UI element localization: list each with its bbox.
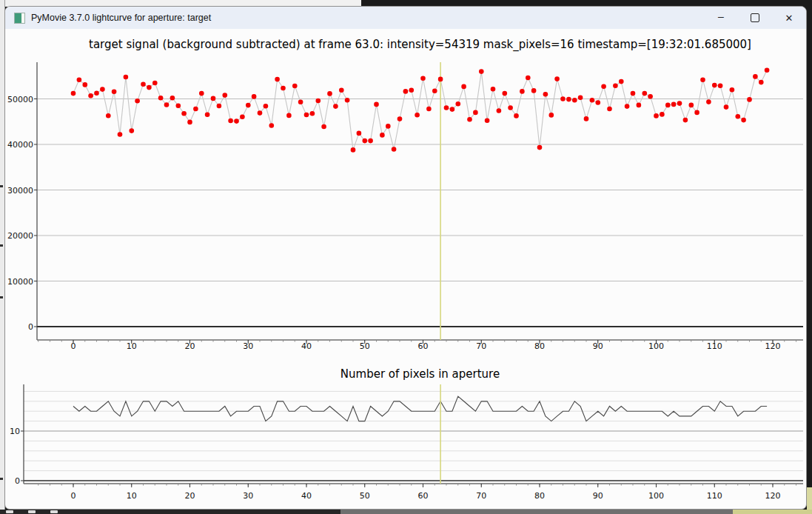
data-point xyxy=(327,91,332,96)
data-point xyxy=(590,98,595,103)
data-point xyxy=(560,96,566,101)
data-point xyxy=(637,103,642,108)
data-point xyxy=(228,119,233,124)
data-point xyxy=(578,96,583,101)
data-point xyxy=(88,93,93,99)
data-point xyxy=(264,104,269,109)
data-point xyxy=(164,102,170,107)
data-point xyxy=(83,82,88,87)
data-point xyxy=(520,89,525,94)
data-point xyxy=(631,91,636,96)
data-point xyxy=(526,76,531,81)
data-point xyxy=(357,131,362,136)
signal-plot-xtick-label: 0 xyxy=(71,341,76,351)
data-point xyxy=(736,114,741,119)
data-point xyxy=(426,107,432,112)
data-point xyxy=(106,113,111,119)
data-point xyxy=(392,147,397,152)
signal-plot-ytick-label: 50000 xyxy=(7,95,33,104)
data-point xyxy=(403,89,409,94)
data-point xyxy=(321,124,326,130)
data-point xyxy=(135,99,140,104)
data-point xyxy=(741,118,746,123)
data-point xyxy=(584,116,589,121)
pixels-plot-ytick-label: 10 xyxy=(10,427,20,436)
data-point xyxy=(71,91,76,96)
data-point xyxy=(345,98,350,103)
data-point xyxy=(170,96,175,101)
data-point xyxy=(601,84,606,90)
data-point xyxy=(503,91,508,96)
data-point xyxy=(450,107,455,112)
data-point xyxy=(566,97,571,102)
data-point xyxy=(596,100,601,105)
data-point xyxy=(420,76,426,81)
data-point xyxy=(759,80,764,85)
data-point xyxy=(473,110,478,116)
plots-canvas[interactable]: 0100002000030000400005000001020304050607… xyxy=(0,0,812,514)
signal-plot-ytick-label: 30000 xyxy=(7,186,33,196)
data-point xyxy=(724,104,729,110)
data-point xyxy=(100,87,105,92)
data-point xyxy=(479,69,484,74)
data-point xyxy=(217,104,222,109)
data-point xyxy=(491,87,496,92)
data-point xyxy=(706,99,711,104)
data-point xyxy=(181,111,187,116)
data-point xyxy=(368,138,373,144)
data-point xyxy=(112,89,117,94)
data-point xyxy=(625,104,630,109)
screen: { "window": { "title": "PyMovie 3.7.0 li… xyxy=(0,0,812,514)
data-point xyxy=(497,108,502,113)
pixels-plot-xtick-label: 100 xyxy=(648,491,664,501)
data-point xyxy=(543,92,548,97)
data-point xyxy=(258,110,263,116)
data-point xyxy=(730,87,735,93)
data-point xyxy=(380,133,385,138)
data-point xyxy=(485,118,490,123)
data-point xyxy=(765,68,770,73)
data-point xyxy=(549,113,554,118)
signal-plot-ytick-label: 0 xyxy=(28,322,33,332)
data-point xyxy=(275,77,280,82)
data-point xyxy=(223,93,228,98)
signal-plot-xtick-label: 50 xyxy=(360,341,370,351)
data-point xyxy=(269,123,275,128)
data-point xyxy=(508,105,513,110)
pixels-plot-xtick-label: 110 xyxy=(707,491,722,501)
data-point xyxy=(339,88,344,93)
data-point xyxy=(467,117,472,122)
data-point xyxy=(537,145,543,150)
data-point xyxy=(118,132,123,137)
data-point xyxy=(193,107,198,112)
signal-plot-xtick-label: 100 xyxy=(648,341,664,351)
pixels-plot-series-line xyxy=(73,396,767,421)
pixels-plot-xtick-label: 120 xyxy=(765,491,781,501)
data-point xyxy=(694,110,699,116)
data-point xyxy=(205,112,210,117)
signal-plot-xtick-label: 20 xyxy=(185,341,195,351)
data-point xyxy=(461,84,466,90)
data-point xyxy=(374,102,379,107)
data-point xyxy=(310,111,315,116)
pixels-plot-xtick-label: 40 xyxy=(301,491,312,501)
data-point xyxy=(77,77,82,82)
data-point xyxy=(648,94,653,99)
signal-plot-ytick-label: 20000 xyxy=(7,231,33,241)
data-point xyxy=(286,113,292,119)
data-point xyxy=(141,82,146,87)
data-point xyxy=(660,112,665,117)
signal-plot-xtick-label: 60 xyxy=(418,341,429,351)
signal-plot-series-line xyxy=(73,70,767,150)
pixels-plot-ytick-label: 0 xyxy=(15,476,20,486)
data-point xyxy=(316,99,321,104)
signal-plot-ytick-label: 10000 xyxy=(7,277,33,287)
data-point xyxy=(130,128,135,133)
signal-plot-xtick-label: 90 xyxy=(593,341,603,351)
pixels-plot-xtick-label: 20 xyxy=(185,491,195,501)
data-point xyxy=(712,83,717,88)
data-point xyxy=(176,103,181,108)
data-point xyxy=(386,124,391,129)
pixels-plot-xtick-label: 90 xyxy=(593,491,603,501)
data-point xyxy=(438,77,443,82)
